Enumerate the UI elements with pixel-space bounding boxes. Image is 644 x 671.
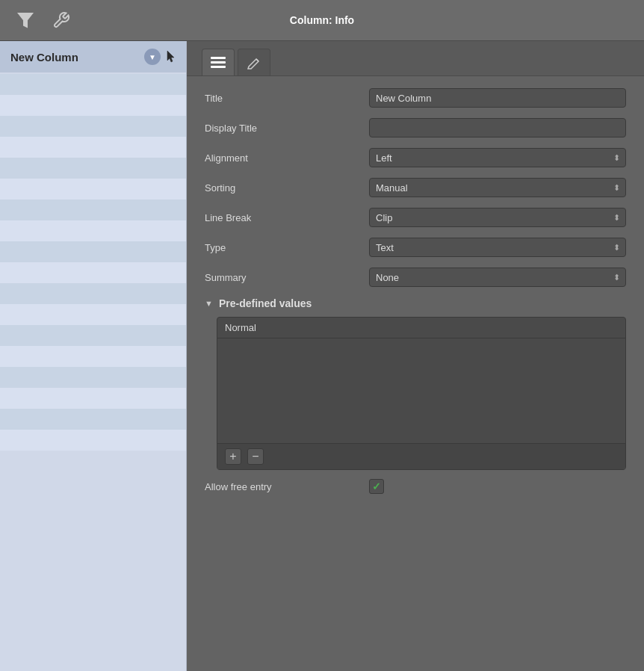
type-label: Type	[205, 242, 369, 253]
line-break-label: Line Break	[205, 212, 369, 223]
type-select[interactable]: Text Number Date Boolean	[369, 238, 626, 257]
allow-free-entry-row: Allow free entry ✓	[205, 479, 626, 494]
sidebar-row	[0, 283, 186, 304]
sidebar-row	[0, 116, 186, 137]
predefined-footer: + −	[217, 443, 625, 469]
sorting-row: Sorting Manual Ascending Descending	[205, 178, 626, 197]
display-title-input[interactable]	[369, 118, 626, 137]
title-control	[369, 88, 626, 108]
sorting-select-wrapper: Manual Ascending Descending	[369, 178, 626, 197]
allow-free-entry-checkbox[interactable]: ✓	[369, 479, 384, 494]
main-layout: New Column ▼	[0, 41, 644, 671]
alignment-select-wrapper: Left Center Right	[369, 148, 626, 167]
summary-row: Summary None Sum Average Count	[205, 268, 626, 287]
alignment-row: Alignment Left Center Right	[205, 148, 626, 167]
sidebar-row	[0, 241, 186, 262]
alignment-select[interactable]: Left Center Right	[369, 148, 626, 167]
remove-predefined-button[interactable]: −	[247, 448, 264, 465]
column-title: Column: Info	[290, 14, 354, 26]
predefined-section-title: Pre-defined values	[219, 297, 312, 309]
edit-tab-icon	[247, 56, 261, 69]
form-area: Title Display Title Alignment Left Cen	[187, 76, 644, 671]
dropdown-arrow-icon: ▼	[149, 53, 156, 61]
sidebar-dropdown-button[interactable]: ▼	[144, 49, 161, 65]
predefined-empty-space	[217, 338, 625, 443]
tab-edit[interactable]	[238, 49, 270, 75]
line-break-select-wrapper: Clip Wrap Truncate	[369, 208, 626, 227]
type-row: Type Text Number Date Boolean	[205, 238, 626, 257]
predefined-item[interactable]: Normal	[217, 318, 625, 338]
sidebar-row	[0, 304, 186, 325]
cursor-icon	[167, 50, 176, 64]
summary-select[interactable]: None Sum Average Count	[369, 268, 626, 287]
title-input[interactable]	[369, 88, 626, 108]
sidebar: New Column ▼	[0, 41, 187, 671]
sidebar-row	[0, 262, 186, 283]
sidebar-row	[0, 430, 186, 451]
sorting-label: Sorting	[205, 182, 369, 194]
sorting-select[interactable]: Manual Ascending Descending	[369, 178, 626, 197]
display-title-label: Display Title	[205, 123, 369, 134]
sidebar-row	[0, 158, 186, 179]
title-row: Title	[205, 88, 626, 108]
sidebar-row	[0, 74, 186, 95]
type-select-wrapper: Text Number Date Boolean	[369, 238, 626, 257]
sidebar-item-new-column[interactable]: New Column ▼	[0, 41, 186, 72]
sidebar-row	[0, 95, 186, 116]
sidebar-row	[0, 200, 186, 220]
line-break-select[interactable]: Clip Wrap Truncate	[369, 208, 626, 227]
section-triangle-icon: ▼	[205, 299, 213, 308]
add-predefined-button[interactable]: +	[225, 448, 241, 465]
line-break-row: Line Break Clip Wrap Truncate	[205, 208, 626, 227]
summary-select-wrapper: None Sum Average Count	[369, 268, 626, 287]
sidebar-row	[0, 137, 186, 158]
svg-rect-1	[211, 57, 226, 59]
filter-icon[interactable]	[15, 10, 36, 31]
sidebar-row	[0, 346, 186, 367]
sidebar-row	[0, 179, 186, 200]
sidebar-row	[0, 220, 186, 241]
toolbar: Column: Info	[0, 0, 644, 41]
tab-list[interactable]	[202, 49, 235, 75]
sidebar-row	[0, 367, 186, 388]
wrench-icon[interactable]	[51, 10, 72, 31]
svg-rect-2	[211, 61, 226, 64]
svg-marker-0	[19, 13, 32, 27]
sidebar-row	[0, 409, 186, 430]
tab-bar	[187, 41, 644, 76]
sidebar-item-label: New Column	[10, 51, 78, 64]
display-title-control	[369, 118, 626, 137]
sidebar-row	[0, 388, 186, 409]
svg-line-4	[256, 59, 258, 61]
right-panel: Title Display Title Alignment Left Cen	[187, 41, 644, 671]
display-title-row: Display Title	[205, 118, 626, 137]
svg-rect-3	[211, 66, 226, 68]
alignment-label: Alignment	[205, 152, 369, 164]
sidebar-row	[0, 325, 186, 346]
allow-free-entry-label: Allow free entry	[205, 481, 369, 492]
predefined-box: Normal + −	[217, 317, 626, 470]
checkbox-check-icon: ✓	[372, 480, 381, 492]
title-label: Title	[205, 93, 369, 104]
sidebar-rows	[0, 74, 186, 451]
predefined-section-header: ▼ Pre-defined values	[205, 297, 626, 309]
summary-label: Summary	[205, 272, 369, 283]
list-tab-icon	[211, 57, 226, 69]
